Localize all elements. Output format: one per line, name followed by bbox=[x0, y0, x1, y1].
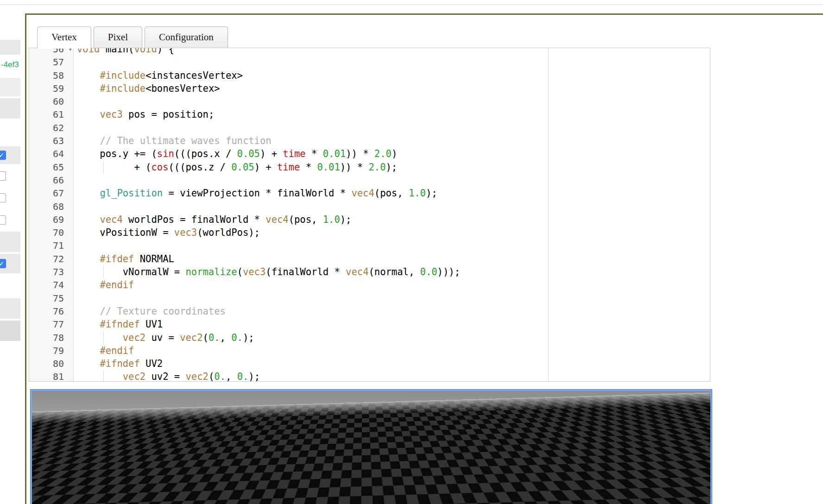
code-line bbox=[77, 239, 460, 252]
line-number: 77 bbox=[29, 318, 73, 331]
sidebar-row-with-checkbox bbox=[0, 210, 20, 230]
line-number: 79 bbox=[29, 344, 73, 357]
line-number-gutter: 56▾5758596061626364656667686970717273747… bbox=[29, 48, 73, 382]
code-line: vNormalW = normalize(vec3(finalWorld * v… bbox=[77, 265, 460, 278]
checkbox-unchecked[interactable] bbox=[0, 215, 6, 225]
checkbox-checked[interactable]: ✓ bbox=[0, 151, 6, 160]
code-line bbox=[77, 174, 460, 187]
render-canvas[interactable] bbox=[31, 390, 712, 504]
code-line: #endif bbox=[77, 278, 460, 291]
line-number: 68 bbox=[29, 200, 73, 213]
code-line bbox=[77, 200, 460, 213]
line-number: 81 bbox=[29, 370, 73, 382]
frame-border-horizontal bbox=[25, 13, 823, 15]
code-line: vec2 uv2 = vec2(0., 0.); bbox=[77, 370, 460, 382]
line-number: 71 bbox=[29, 239, 73, 252]
sidebar-row bbox=[0, 298, 20, 319]
line-number: 72 bbox=[29, 252, 73, 265]
sidebar-row-with-checkbox bbox=[0, 188, 20, 208]
line-number: 56▾ bbox=[29, 48, 73, 56]
top-hairline bbox=[0, 4, 823, 5]
line-number: 70 bbox=[29, 226, 73, 239]
line-number: 75 bbox=[29, 292, 73, 305]
line-number: 78 bbox=[29, 331, 73, 344]
line-number: 61 bbox=[29, 108, 73, 121]
code-line: // The ultimate waves function bbox=[77, 134, 460, 147]
checkbox-unchecked[interactable] bbox=[0, 171, 6, 181]
code-line: + (cos(((pos.z / 0.05) + time * 0.01)) *… bbox=[77, 161, 460, 174]
checkbox-unchecked[interactable] bbox=[0, 193, 6, 202]
tab-vertex[interactable]: Vertex bbox=[37, 26, 91, 49]
line-number: 57 bbox=[29, 56, 73, 69]
line-number: 66 bbox=[29, 174, 73, 187]
code-line: #endif bbox=[77, 344, 460, 357]
line-number: 64 bbox=[29, 147, 73, 160]
code-line: #ifndef UV1 bbox=[77, 318, 460, 331]
code-line: vec4 worldPos = finalWorld * vec4(pos, 1… bbox=[77, 213, 460, 226]
line-number: 80 bbox=[29, 357, 73, 370]
frame-border-vertical bbox=[25, 13, 26, 504]
tab-bar: VertexPixelConfiguration bbox=[29, 26, 230, 48]
code-line: #include<instancesVertex> bbox=[77, 69, 460, 82]
line-number: 59 bbox=[29, 82, 73, 95]
line-number: 74 bbox=[29, 278, 73, 291]
code-line: // Texture coordinates bbox=[77, 305, 460, 318]
line-number: 76 bbox=[29, 305, 73, 318]
code-line: void main(void) { bbox=[77, 48, 460, 56]
shader-code-editor[interactable]: 56▾5758596061626364656667686970717273747… bbox=[29, 48, 710, 382]
sidebar-row bbox=[0, 40, 20, 55]
sidebar-row-with-checkbox bbox=[0, 167, 20, 185]
line-number: 65 bbox=[29, 161, 73, 174]
sidebar-row bbox=[0, 78, 20, 96]
code-line: #include<bonesVertex> bbox=[77, 82, 460, 95]
sidebar-row-with-checkbox: ✓ bbox=[0, 254, 20, 273]
code-line bbox=[77, 121, 460, 134]
line-number: 69 bbox=[29, 213, 73, 226]
sidebar-row bbox=[0, 98, 20, 119]
editor-right-divider bbox=[548, 48, 549, 381]
sidebar-row-with-checkbox: ✓ bbox=[0, 146, 20, 164]
code-line bbox=[77, 56, 460, 69]
code-line bbox=[77, 95, 460, 108]
shader-id-fragment: -4ef3 bbox=[1, 60, 19, 69]
code-line: vec2 uv = vec2(0., 0.); bbox=[77, 331, 460, 344]
sidebar-row bbox=[0, 232, 20, 252]
code-line: vec3 pos = position; bbox=[77, 108, 460, 121]
code-line: vPositionW = vec3(worldPos); bbox=[77, 226, 460, 239]
checkbox-checked[interactable]: ✓ bbox=[0, 259, 6, 268]
code-line: #ifndef UV2 bbox=[77, 357, 460, 370]
code-line: pos.y += (sin(((pos.x / 0.05) + time * 0… bbox=[77, 147, 460, 160]
code-content[interactable]: void main(void) { #include<instancesVert… bbox=[77, 48, 460, 382]
sidebar-row bbox=[0, 321, 20, 341]
tab-configuration[interactable]: Configuration bbox=[145, 26, 228, 48]
line-number: 60 bbox=[29, 95, 73, 108]
fold-arrow-icon[interactable]: ▾ bbox=[69, 48, 72, 56]
line-number: 62 bbox=[29, 121, 73, 134]
line-number: 58 bbox=[29, 69, 73, 82]
code-line bbox=[77, 292, 460, 305]
line-number: 73 bbox=[29, 265, 73, 278]
line-number: 63 bbox=[29, 134, 73, 147]
tab-pixel[interactable]: Pixel bbox=[94, 26, 142, 48]
sidebar: -4ef3 ✓✓ bbox=[0, 0, 21, 504]
code-line: gl_Position = viewProjection * finalWorl… bbox=[77, 187, 460, 200]
line-number: 67 bbox=[29, 187, 73, 200]
code-line: #ifdef NORMAL bbox=[77, 252, 460, 265]
